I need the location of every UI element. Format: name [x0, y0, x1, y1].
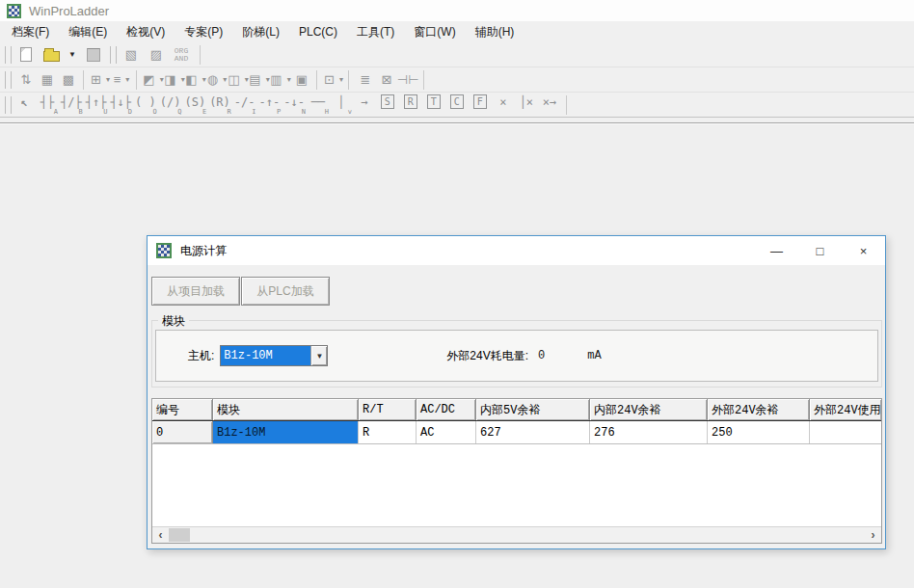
toolbar-separator: [200, 45, 202, 65]
ladder-query-icon[interactable]: ⊠: [376, 69, 397, 91]
toolbar-button-glyph: ↖: [20, 95, 27, 109]
scroll-left-button[interactable]: ‹: [152, 527, 169, 543]
open-file-dropdown-button[interactable]: ▼: [66, 44, 79, 66]
toolbar-button-glyph: ⇅: [21, 73, 32, 87]
menu-project[interactable]: 专案(P): [175, 21, 232, 43]
io-card-icon[interactable]: ▣: [291, 69, 312, 91]
ladder-window-icon[interactable]: ≡ ▾: [111, 69, 132, 91]
contact-falling-icon[interactable]: ┤↓├ D: [109, 94, 132, 116]
function-counter-icon[interactable]: C: [446, 94, 468, 116]
contact-open-icon[interactable]: ┤├ A: [37, 94, 58, 116]
save-button[interactable]: [83, 44, 104, 66]
load-from-project-button[interactable]: 从项目加载: [151, 277, 240, 306]
menu-help[interactable]: 辅助(H): [466, 21, 524, 43]
function-timer-icon[interactable]: T: [423, 94, 444, 116]
transfer-data-icon[interactable]: ⇅: [15, 69, 37, 91]
toolbar-button-glyph: ⊠: [382, 73, 392, 87]
menu-ladder[interactable]: 阶梯(L): [232, 21, 289, 43]
menu-window[interactable]: 窗口(W): [404, 21, 465, 43]
table-cell[interactable]: AC: [417, 421, 476, 443]
status-query-icon[interactable]: ≣: [355, 69, 376, 91]
falling-pulse-icon[interactable]: -↓- N: [282, 94, 306, 116]
toolbar-drag-handle: [110, 46, 117, 64]
host-combobox-value[interactable]: B1z-10M: [221, 346, 310, 365]
table-cell[interactable]: 250: [708, 421, 810, 443]
toolbar-button-glyph: ◨: [164, 73, 175, 87]
toolbar-separator: [566, 95, 569, 115]
toolbar-button-glyph: [87, 48, 100, 62]
module-setup-icon[interactable]: ▦: [37, 69, 58, 91]
goto-arrow-icon[interactable]: →: [354, 94, 375, 116]
minimize-button[interactable]: —: [755, 236, 798, 265]
function-block-icon[interactable]: F: [470, 94, 491, 116]
io-table-icon[interactable]: ▩: [58, 69, 79, 91]
contact-query-icon[interactable]: ⊣⊢: [397, 69, 419, 91]
table-cell[interactable]: 0: [152, 421, 213, 443]
delete-vertical-icon[interactable]: │×: [516, 94, 537, 116]
close-button[interactable]: ×: [842, 236, 885, 265]
toolbar-button-glyph: ┤↑├: [86, 95, 107, 109]
toolbar-separator: [136, 70, 139, 90]
column-header: R/T: [359, 399, 417, 420]
rising-pulse-icon[interactable]: -↑- P: [258, 94, 282, 116]
project-window-icon[interactable]: ▧: [121, 44, 142, 66]
app-logo-icon: [7, 4, 21, 18]
project-tree-icon[interactable]: ⊞ ▾: [90, 69, 111, 91]
table-cell[interactable]: [810, 421, 881, 443]
menu-file[interactable]: 档案(F): [2, 21, 59, 43]
table-cell[interactable]: R: [359, 421, 417, 443]
user-account-icon[interactable]: ◍ ▾: [206, 69, 228, 91]
toolbar-plc: ⇅ ▦ ▩ ⊞ ▾ ≡ ▾: [0, 67, 914, 93]
dropdown-arrow-icon: ▾: [125, 75, 129, 84]
app-title: WinProLadder: [29, 4, 109, 18]
invert-icon[interactable]: -/- I: [233, 94, 256, 116]
menu-edit[interactable]: 编辑(E): [59, 21, 117, 43]
delete-element-icon[interactable]: ×: [493, 94, 514, 116]
coil-reset-icon[interactable]: (R) R: [208, 94, 231, 116]
vertical-line-icon[interactable]: │ v: [331, 94, 352, 116]
toolbar-button-glyph: T: [427, 94, 441, 109]
table-cell[interactable]: B1z-10M: [213, 421, 359, 443]
horizontal-scrollbar[interactable]: ‹ ›: [152, 526, 881, 543]
edit-element-icon[interactable]: ◩ ▾: [143, 69, 164, 91]
delete-row-icon[interactable]: ×→: [539, 94, 560, 116]
horizontal-line-icon[interactable]: ── H: [308, 94, 329, 116]
scroll-thumb[interactable]: [169, 528, 190, 542]
maximize-button[interactable]: □: [798, 236, 842, 265]
menu-tools[interactable]: 工具(T): [347, 21, 404, 43]
toolbar-button-glyph: [20, 47, 32, 62]
io-window-icon[interactable]: ▨: [146, 44, 167, 66]
function-set-icon[interactable]: S: [377, 94, 398, 116]
toolbar-button-glyph: ⊡: [324, 73, 335, 87]
combo-dropdown-button[interactable]: ▼: [310, 346, 327, 365]
select-pointer-icon[interactable]: ↖: [13, 94, 35, 116]
open-file-button[interactable]: [40, 44, 62, 66]
table-cell[interactable]: 276: [590, 421, 708, 443]
contact-rising-icon[interactable]: ┤↑├ U: [85, 94, 108, 116]
toolbar-button-glyph: →: [361, 95, 367, 109]
register-table-icon[interactable]: ▤ ▾: [249, 69, 270, 91]
coil-set-icon[interactable]: (S) E: [183, 94, 206, 116]
toolbar-button-glyph: ◩: [143, 73, 154, 87]
menu-plc[interactable]: PLC(C): [289, 22, 347, 41]
function-reset-icon[interactable]: R: [400, 94, 421, 116]
column-header: 编号: [152, 399, 213, 420]
org-and-button[interactable]: ORG AND: [171, 44, 192, 66]
host-combobox[interactable]: B1z-10M ▼: [220, 345, 328, 366]
table-cell[interactable]: 627: [476, 421, 590, 443]
coil-negated-icon[interactable]: (/) Q: [159, 94, 182, 116]
coil-output-icon[interactable]: ( ) O: [134, 94, 157, 116]
toolbar-button-glyph: ≡: [114, 73, 121, 87]
contact-closed-icon[interactable]: ┤/├ B: [60, 94, 83, 116]
scroll-right-button[interactable]: ›: [865, 527, 881, 543]
memory-table-icon[interactable]: ▥ ▾: [270, 69, 291, 91]
toolbar-button-glyph: (R): [209, 95, 230, 109]
new-file-button[interactable]: [15, 44, 37, 66]
user-auth-icon[interactable]: ◧ ▾: [185, 69, 206, 91]
password-icon[interactable]: ◫ ▾: [228, 69, 249, 91]
search-grid-icon[interactable]: ⊡ ▾: [323, 69, 344, 91]
menu-view[interactable]: 检视(V): [117, 21, 175, 43]
dialog-titlebar[interactable]: 电源计算 — □ ×: [148, 236, 885, 265]
io-status-icon[interactable]: ◨ ▾: [164, 69, 185, 91]
load-from-plc-button[interactable]: 从PLC加载: [241, 277, 330, 306]
